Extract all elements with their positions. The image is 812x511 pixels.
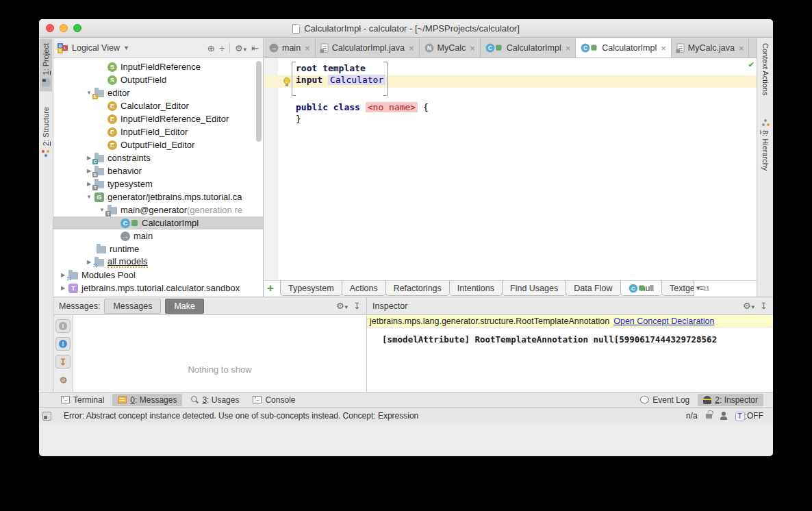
status-error-text: Error: Abstract concept instance detecte… (64, 411, 418, 421)
tool-strip-button[interactable]: 1: Project (40, 38, 52, 91)
error-cell[interactable]: <no name> (366, 102, 418, 112)
tree-item[interactable]: OutputField_Editor (53, 138, 263, 151)
terminal-icon (61, 396, 70, 403)
tree-scrollbar[interactable] (256, 61, 262, 142)
close-icon[interactable]: × (305, 44, 310, 53)
tree-item[interactable]: InputFieldReference_Editor (53, 112, 263, 125)
expand-arrow-icon[interactable] (58, 285, 68, 291)
aspect-tab[interactable]: null (620, 281, 662, 296)
aspect-tab[interactable]: Find Usages (502, 281, 566, 296)
settings-button[interactable] (336, 301, 348, 311)
hide-panel-icon[interactable] (353, 301, 361, 311)
tree-item[interactable]: InputFieldReference (53, 60, 263, 73)
mps-window: CalculatorImpl - calculator - [~/MPSProj… (39, 19, 773, 456)
settings-button[interactable] (235, 43, 246, 53)
toolwindow-button[interactable]: 0: Messages (112, 394, 182, 406)
tree-item-label: all models (107, 256, 148, 268)
hide-panel-icon[interactable] (760, 301, 767, 311)
locate-icon[interactable] (207, 43, 215, 53)
toolbar-button[interactable] (55, 319, 71, 333)
tree-item[interactable]: CalculatorImpl (53, 216, 263, 229)
editor-tab[interactable]: main × (264, 38, 316, 58)
unlock-icon[interactable] (706, 414, 712, 419)
toolbar-button[interactable] (55, 337, 71, 351)
toolbar-button[interactable] (55, 373, 71, 386)
tree-item[interactable]: OutputField (53, 73, 263, 86)
error-stripe-ok-icon (748, 59, 754, 69)
tree-item-label: constraints (107, 153, 151, 163)
tool-strip-button[interactable]: 2: Structure (40, 102, 52, 162)
tree-item[interactable]: main (53, 229, 263, 242)
tree-item[interactable]: Modules Pool (53, 269, 263, 282)
toolwindow-button[interactable]: Event Log (635, 394, 695, 406)
tree-item[interactable]: jetbrains.mps.tutorial.calculator.sandbo… (53, 282, 263, 295)
tree-item[interactable]: behavior (53, 164, 263, 177)
toolbar-button[interactable] (55, 355, 71, 369)
editor-tab[interactable]: CalculatorImpl × (576, 38, 671, 58)
editor-tab[interactable]: CalculatorImpl × (481, 38, 576, 58)
chevron-down-icon (752, 301, 755, 311)
project-icon (42, 78, 50, 86)
tree-item[interactable]: generator/jetbrains.mps.tutorial.ca (53, 190, 263, 203)
aspect-tab[interactable]: Data Flow (566, 281, 620, 296)
close-icon[interactable]: × (470, 44, 475, 53)
tree-item-label: editor (107, 88, 130, 98)
toolwindow-button[interactable]: 3: Usages (185, 394, 244, 406)
toolwindow-button[interactable]: Terminal (55, 394, 110, 406)
chevron-down-icon[interactable]: ▼ (123, 45, 129, 51)
messages-tab[interactable]: Messages (104, 299, 161, 314)
tree-item-label: generator/jetbrains.mps.tutorial.ca (107, 192, 242, 202)
document-icon (292, 24, 300, 34)
tree-item[interactable]: runtime (53, 242, 263, 256)
aspect-tab[interactable]: Textgen (661, 281, 694, 296)
collapse-all-icon[interactable] (220, 43, 225, 53)
aspect-tab[interactable]: Typesystem (280, 281, 342, 296)
tree-item[interactable]: typesystem (53, 177, 263, 190)
close-icon[interactable]: × (566, 44, 571, 53)
chevron-down-icon (244, 43, 247, 53)
tree-item[interactable]: constraints (53, 151, 263, 164)
tree-item[interactable]: Calculator_Editor (53, 99, 263, 112)
editor-tab[interactable]: MyCalc.java × (672, 38, 750, 58)
close-icon[interactable]: × (661, 44, 666, 53)
annotation-value[interactable]: Calculator (328, 75, 385, 85)
tree-item[interactable]: editor (53, 86, 263, 99)
toolwindow-button[interactable]: 2: Inspector (698, 394, 763, 406)
hide-panel-icon[interactable] (251, 43, 259, 53)
expand-arrow-icon[interactable] (84, 194, 94, 200)
close-icon[interactable]: × (409, 44, 414, 53)
aspect-tab[interactable]: Refactorings (385, 281, 450, 296)
s-concept-icon (107, 75, 117, 85)
project-panel-header: DSL Logical View ▼ (53, 38, 263, 58)
view-selector[interactable]: Logical View (72, 43, 120, 53)
hector-inspections-icon[interactable] (720, 412, 727, 420)
editor-content[interactable]: root template input Calculator public cl… (264, 58, 757, 280)
settings-button[interactable] (743, 301, 754, 311)
concept-fqname: jetbrains.mps.lang.generator.structure.R… (370, 316, 609, 326)
lightbulb-intention-icon[interactable] (283, 77, 290, 84)
editor-tab[interactable]: CalculatorImpl.java × (316, 38, 420, 58)
toolwindow-toggle-icon[interactable] (42, 412, 51, 421)
toolwindow-button[interactable]: Console (247, 394, 301, 406)
editor-tab[interactable]: MyCalc × (420, 38, 481, 58)
open-concept-declaration-link[interactable]: Open Concept Declaration (613, 316, 714, 326)
editor-gutter (264, 58, 278, 280)
messages-tab[interactable]: Make (165, 299, 204, 314)
code-line-2: } (296, 114, 301, 124)
tab-overflow-button[interactable]: 11 (696, 281, 709, 292)
aspect-tab[interactable]: Actions (342, 281, 386, 296)
status-bar: Error: Abstract concept instance detecte… (39, 407, 773, 424)
tree-item[interactable]: InputField_Editor (53, 125, 263, 138)
titlebar: CalculatorImpl - calculator - [~/MPSProj… (39, 19, 773, 38)
code-line-1: public class <no name> { (296, 102, 429, 112)
tree-item-label: InputFieldReference_Editor (120, 114, 229, 124)
tool-strip-button[interactable]: Context Actions (759, 38, 772, 100)
e-concept-icon (107, 127, 117, 137)
tool-strip-button[interactable]: 8: Hierarchy (759, 114, 772, 175)
typing-assist-toggle[interactable]: T:OFF (735, 411, 763, 421)
close-icon[interactable]: × (739, 44, 744, 53)
aspect-tab[interactable]: Intentions (449, 281, 503, 296)
tree-item[interactable]: all models (53, 256, 263, 269)
add-aspect-icon[interactable] (267, 281, 274, 296)
tree-item[interactable]: main@generator (generation re (53, 203, 263, 216)
